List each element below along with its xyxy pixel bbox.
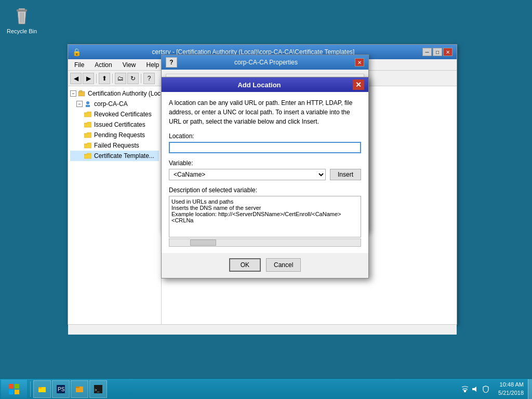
folder-issued-icon xyxy=(84,121,92,129)
add-location-titlebar: Add Location ✕ xyxy=(162,77,368,92)
start-button[interactable] xyxy=(1,380,27,398)
svg-rect-9 xyxy=(84,113,91,117)
tree-pending[interactable]: Pending Requests xyxy=(70,130,159,140)
taskbar: PS >_ 10:48 AM 5/21/2018 xyxy=(0,378,532,399)
recycle-bin-label: Recycle Bin xyxy=(7,28,37,34)
svg-point-7 xyxy=(86,101,89,104)
add-location-cancel-button[interactable]: Cancel xyxy=(266,258,301,272)
menu-view[interactable]: View xyxy=(118,60,140,70)
clock-time: 10:48 AM xyxy=(498,381,524,389)
svg-rect-11 xyxy=(84,134,91,138)
tree-issued-label: Issued Certificates xyxy=(94,121,145,128)
variable-row: <CaName> <ServerDNSName> <CRLNameSuffix>… xyxy=(169,169,361,180)
tray-audio-icon[interactable] xyxy=(471,385,480,393)
desc-line1: Used in URLs and paths xyxy=(171,198,358,205)
svg-rect-13 xyxy=(84,154,91,158)
svg-rect-14 xyxy=(9,384,14,389)
tree-root[interactable]: − Certification Authority (Loc... xyxy=(70,88,159,99)
horizontal-scrollbar[interactable] xyxy=(169,238,361,247)
taskbar-files[interactable] xyxy=(71,380,88,398)
menu-help[interactable]: Help xyxy=(142,60,164,70)
taskbar-cmd[interactable]: >_ xyxy=(89,380,107,398)
insert-button[interactable]: Insert xyxy=(330,169,361,180)
maximize-button[interactable]: □ xyxy=(433,48,442,56)
svg-rect-15 xyxy=(15,384,19,389)
desc-line3: Example location: http://<ServerDNSName>… xyxy=(171,211,358,223)
add-location-description: A location can be any valid URL or path.… xyxy=(169,98,361,126)
svg-text:>_: >_ xyxy=(95,388,100,392)
folder-icon xyxy=(84,110,92,118)
variable-select[interactable]: <CaName> <ServerDNSName> <CRLNameSuffix>… xyxy=(169,169,326,180)
tree-issued[interactable]: Issued Certificates xyxy=(70,119,159,130)
ca-icon xyxy=(77,89,86,98)
up-button[interactable]: ⬆ xyxy=(99,73,110,84)
folder-pending-icon xyxy=(84,131,92,139)
close-button[interactable]: ✕ xyxy=(443,48,453,56)
props-help-icon-button[interactable]: ? xyxy=(166,57,177,68)
desc-of-var-label: Description of selected variable: xyxy=(169,187,361,194)
svg-rect-6 xyxy=(79,90,82,92)
svg-text:PS: PS xyxy=(58,387,65,392)
tray-security-icon[interactable] xyxy=(482,385,490,393)
certsrv-window-controls: ─ □ ✕ xyxy=(422,48,453,56)
show-desktop-button[interactable] xyxy=(528,379,532,399)
desc-textbox: Used in URLs and paths Inserts the DNS n… xyxy=(169,196,361,237)
taskbar-explorer[interactable] xyxy=(33,380,51,398)
svg-rect-17 xyxy=(15,390,19,394)
add-location-close-button[interactable]: ✕ xyxy=(353,79,364,90)
recycle-bin-icon[interactable]: Recycle Bin xyxy=(5,5,38,34)
props-title: corp-CA-CA Properties xyxy=(177,59,355,66)
clock-date: 5/21/2018 xyxy=(498,389,524,397)
svg-rect-19 xyxy=(38,387,42,389)
show-hide-tree-button[interactable]: 🗂 xyxy=(115,73,126,84)
svg-rect-10 xyxy=(84,123,91,127)
taskbar-separator xyxy=(30,381,31,397)
props-close-button[interactable]: ✕ xyxy=(355,58,364,66)
add-location-buttons: OK Cancel xyxy=(162,253,368,278)
svg-rect-1 xyxy=(19,8,25,10)
refresh-button[interactable]: ↻ xyxy=(127,73,139,84)
tree-pending-label: Pending Requests xyxy=(94,131,145,139)
location-input[interactable] xyxy=(169,142,361,153)
svg-rect-28 xyxy=(472,388,474,390)
variable-label: Variable: xyxy=(169,159,361,167)
add-location-title: Add Location xyxy=(166,81,353,89)
svg-rect-23 xyxy=(76,387,79,388)
svg-rect-5 xyxy=(78,91,85,96)
expand-ca-icon[interactable]: − xyxy=(76,101,83,107)
clock-area[interactable]: 10:48 AM 5/21/2018 xyxy=(494,381,528,397)
tree-panel: − Certification Authority (Loc... − corp… xyxy=(68,86,162,324)
add-location-dialog: Add Location ✕ A location can be any val… xyxy=(161,77,369,278)
menu-file[interactable]: File xyxy=(70,60,88,70)
tree-failed[interactable]: Failed Requests xyxy=(70,140,159,151)
tree-ca[interactable]: − corp-CA-CA xyxy=(70,99,159,109)
tree-templates-label: Certificate Template... xyxy=(94,152,154,159)
location-label: Location: xyxy=(169,132,361,140)
taskbar-powershell[interactable]: PS xyxy=(52,380,70,398)
tree-revoked[interactable]: Revoked Certificates xyxy=(70,109,159,119)
tree-root-label: Certification Authority (Loc... xyxy=(88,90,162,97)
desc-line2: Inserts the DNS name of the server xyxy=(171,205,358,211)
svg-rect-12 xyxy=(84,144,91,148)
forward-button[interactable]: ▶ xyxy=(83,73,94,84)
back-button[interactable]: ◀ xyxy=(70,73,82,84)
minimize-button[interactable]: ─ xyxy=(422,48,432,56)
add-location-body: A location can be any valid URL or path.… xyxy=(162,92,368,253)
tray-network-icon[interactable] xyxy=(461,385,469,393)
add-location-ok-button[interactable]: OK xyxy=(229,258,261,272)
folder-templates-icon xyxy=(84,152,92,160)
menu-action[interactable]: Action xyxy=(90,60,116,70)
status-bar xyxy=(68,324,457,335)
expand-root-icon[interactable]: − xyxy=(70,90,76,97)
cert-authority-icon xyxy=(84,100,92,108)
svg-rect-8 xyxy=(86,105,90,107)
desktop: Recycle Bin 🔒 certsrv - [Certification A… xyxy=(0,0,532,399)
svg-rect-27 xyxy=(463,389,467,390)
system-tray xyxy=(457,385,494,393)
props-titlebar: ? corp-CA-CA Properties ✕ xyxy=(162,55,368,70)
tree-revoked-label: Revoked Certificates xyxy=(94,111,152,118)
help-toolbar-button[interactable]: ? xyxy=(143,73,155,84)
scrollbar-thumb xyxy=(190,240,216,246)
tree-templates[interactable]: Certificate Template... xyxy=(70,151,159,161)
tree-failed-label: Failed Requests xyxy=(94,142,139,149)
